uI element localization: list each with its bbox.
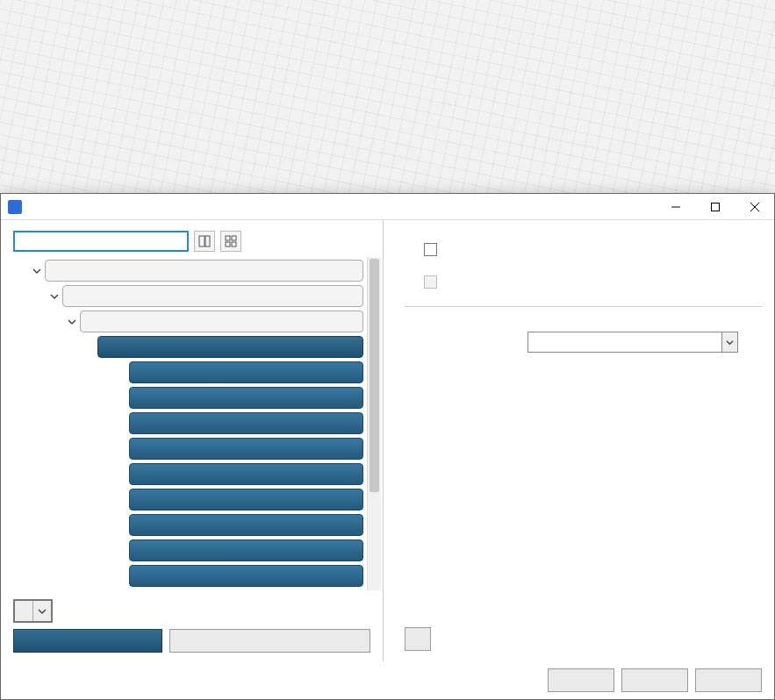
search-input[interactable]: [13, 231, 189, 252]
mark-selected-label: [15, 601, 33, 621]
dialog-window: [0, 193, 775, 700]
tree-leaf[interactable]: [13, 437, 363, 461]
svg-rect-6: [226, 236, 230, 240]
show-in-model-button[interactable]: [13, 629, 162, 653]
divider: [405, 306, 762, 307]
minimize-button[interactable]: [656, 194, 695, 219]
chevron-down-icon[interactable]: [64, 314, 80, 330]
tree-leaf[interactable]: [13, 462, 363, 486]
tree-leaf[interactable]: [13, 488, 363, 511]
svg-rect-7: [232, 236, 236, 240]
titlebar: [1, 194, 774, 220]
flip-transverse-checkbox-row[interactable]: [424, 243, 762, 256]
tree-leaf[interactable]: [13, 361, 363, 384]
tree-node-windows[interactable]: [13, 284, 363, 308]
scrollbar-thumb[interactable]: [370, 259, 379, 492]
checkbox-icon[interactable]: [424, 243, 437, 256]
change-type-select[interactable]: [527, 332, 738, 353]
save-button[interactable]: [405, 627, 431, 651]
right-pane: [384, 220, 774, 661]
flip-longitudinal-checkbox-row: [424, 275, 762, 289]
chevron-down-icon[interactable]: [29, 263, 45, 279]
tree-leaf[interactable]: [13, 539, 363, 562]
svg-rect-1: [711, 203, 719, 211]
tree-scrollbar[interactable]: [367, 257, 381, 590]
app-icon: [8, 200, 22, 214]
window-buttons: [656, 194, 774, 219]
tree-node-type[interactable]: [13, 310, 363, 333]
tree-leaf[interactable]: [13, 564, 363, 588]
tree-leaf[interactable]: [13, 513, 363, 537]
svg-rect-5: [205, 236, 210, 246]
svg-rect-9: [232, 242, 236, 246]
tree-node-size[interactable]: [13, 335, 363, 359]
svg-rect-8: [226, 242, 230, 246]
tree-view: [13, 257, 367, 590]
grid-view-button[interactable]: [220, 231, 241, 252]
left-pane: [1, 220, 384, 661]
close-button[interactable]: [735, 194, 774, 219]
tree-leaf[interactable]: [13, 386, 363, 410]
chevron-down-icon[interactable]: [721, 332, 737, 352]
help-button[interactable]: [548, 668, 614, 692]
ok-button[interactable]: [621, 668, 688, 692]
checkbox-icon: [424, 275, 437, 289]
tree-leaf[interactable]: [13, 411, 363, 435]
change-type-selected-value: [528, 332, 721, 352]
mark-selected-dropdown[interactable]: [13, 599, 53, 623]
svg-rect-4: [199, 236, 205, 246]
show-only-errors-button[interactable]: [169, 629, 370, 653]
tree-node-root[interactable]: [13, 259, 363, 282]
chevron-down-icon[interactable]: [47, 289, 62, 304]
dialog-footer: [1, 661, 774, 699]
chevron-down-icon[interactable]: [33, 601, 51, 621]
chevron-down-icon[interactable]: [82, 339, 97, 355]
collapse-view-button[interactable]: [194, 231, 215, 252]
maximize-button[interactable]: [695, 194, 735, 219]
cancel-button[interactable]: [695, 668, 762, 692]
